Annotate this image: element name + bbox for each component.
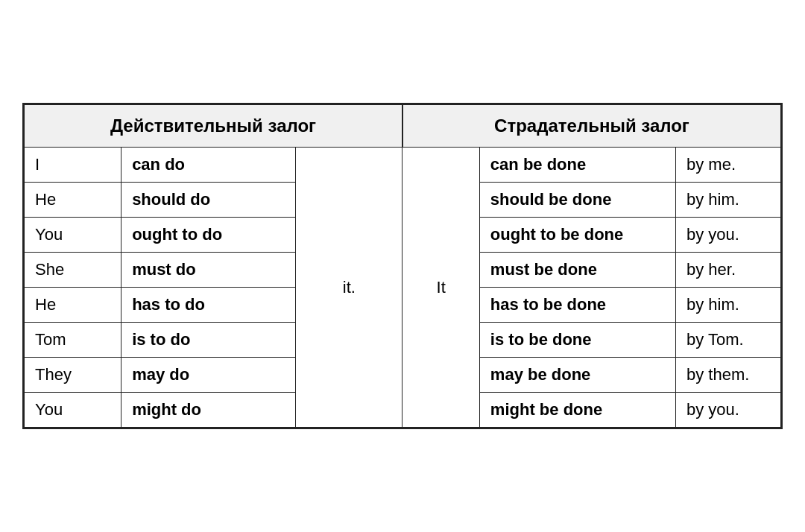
it-pronoun-cell: It (402, 148, 479, 428)
subject-cell: You (25, 393, 121, 428)
active-verb-cell: can do (121, 148, 296, 183)
passive-verb-cell: should be done (479, 183, 675, 218)
passive-voice-header: Страдательный залог (402, 105, 781, 148)
passive-verb-cell: is to be done (479, 323, 675, 358)
passive-verb-cell: has to be done (479, 288, 675, 323)
by-phrase-cell: by her. (676, 253, 781, 288)
active-voice-header: Действительный залог (25, 105, 402, 148)
passive-verb-cell: might be done (479, 393, 675, 428)
passive-verb-cell: can be done (479, 148, 675, 183)
subject-cell: He (25, 288, 121, 323)
by-phrase-cell: by you. (676, 218, 781, 253)
passive-verb-cell: may be done (479, 358, 675, 393)
table-row: Ican doit.Itcan be doneby me. (25, 148, 781, 183)
active-verb-cell: must do (121, 253, 296, 288)
by-phrase-cell: by you. (676, 393, 781, 428)
by-phrase-cell: by him. (676, 183, 781, 218)
active-verb-cell: should do (121, 183, 296, 218)
by-phrase-cell: by him. (676, 288, 781, 323)
passive-verb-cell: must be done (479, 253, 675, 288)
grammar-table: Действительный залог Страдательный залог… (22, 103, 783, 429)
header-row: Действительный залог Страдательный залог (25, 105, 781, 148)
active-verb-cell: might do (121, 393, 296, 428)
subject-cell: She (25, 253, 121, 288)
subject-cell: You (25, 218, 121, 253)
subject-cell: He (25, 183, 121, 218)
it-word-cell: it. (296, 148, 402, 428)
active-verb-cell: is to do (121, 323, 296, 358)
passive-verb-cell: ought to be done (479, 218, 675, 253)
subject-cell: Tom (25, 323, 121, 358)
by-phrase-cell: by me. (676, 148, 781, 183)
active-verb-cell: ought to do (121, 218, 296, 253)
active-verb-cell: has to do (121, 288, 296, 323)
by-phrase-cell: by Tom. (676, 323, 781, 358)
subject-cell: They (25, 358, 121, 393)
active-verb-cell: may do (121, 358, 296, 393)
subject-cell: I (25, 148, 121, 183)
by-phrase-cell: by them. (676, 358, 781, 393)
